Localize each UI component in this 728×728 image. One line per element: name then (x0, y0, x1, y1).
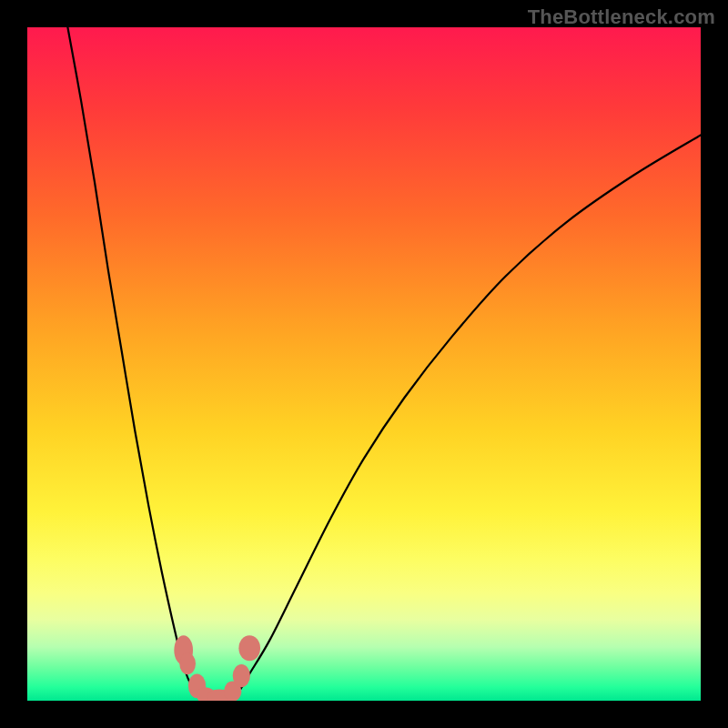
curve-left (67, 27, 208, 701)
chart-frame: TheBottleneck.com (0, 0, 728, 728)
plot-area (27, 27, 701, 701)
curves-svg (27, 27, 701, 701)
valley-marker-1 (179, 652, 196, 674)
valley-marker-6 (233, 664, 250, 687)
watermark-text: TheBottleneck.com (528, 5, 715, 29)
marker-group (174, 635, 260, 701)
curve-right (229, 135, 701, 701)
valley-marker-7 (238, 635, 260, 661)
